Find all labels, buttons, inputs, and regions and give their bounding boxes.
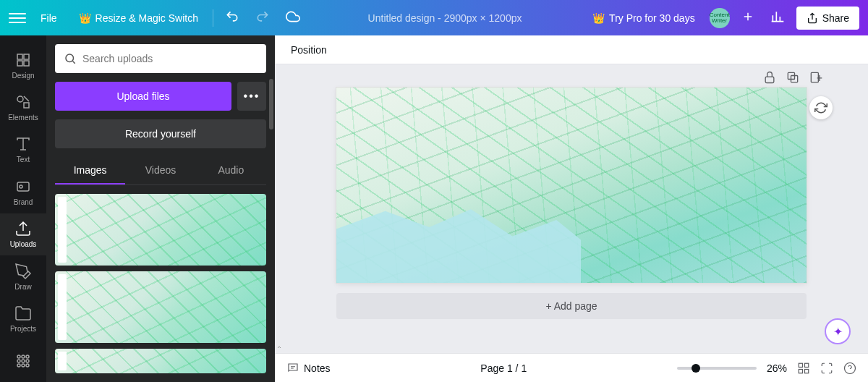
- redo-button[interactable]: [251, 5, 274, 30]
- analytics-icon[interactable]: [766, 5, 789, 30]
- nav-design[interactable]: Design: [0, 44, 46, 86]
- expand-pages-handle[interactable]: [275, 340, 868, 353]
- svg-rect-0: [17, 54, 22, 59]
- add-member-button[interactable]: [737, 6, 759, 30]
- svg-rect-21: [811, 72, 818, 82]
- uploads-panel: Upload files ••• Record yourself Images …: [46, 35, 275, 382]
- top-bar: File 👑 Resize & Magic Switch Untitled de…: [0, 0, 868, 35]
- nav-apps[interactable]: [0, 340, 46, 382]
- menu-icon[interactable]: [9, 9, 26, 27]
- duplicate-icon[interactable]: [786, 70, 800, 85]
- svg-point-16: [26, 364, 29, 367]
- crown-icon: 👑: [79, 12, 91, 24]
- svg-point-26: [845, 362, 856, 373]
- regenerate-button[interactable]: [809, 96, 833, 119]
- nav-projects[interactable]: Projects: [0, 297, 46, 339]
- svg-point-10: [26, 355, 29, 358]
- nav-brand[interactable]: Brand: [0, 171, 46, 213]
- svg-rect-2: [17, 61, 22, 66]
- nav-draw[interactable]: Draw: [0, 255, 46, 297]
- tab-images[interactable]: Images: [55, 157, 125, 184]
- svg-point-14: [17, 364, 20, 367]
- nav-text[interactable]: Text: [0, 129, 46, 171]
- bottom-bar: Notes Page 1 / 1 26%: [275, 353, 868, 382]
- design-page[interactable]: [336, 88, 807, 283]
- resize-label: Resize & Magic Switch: [95, 12, 198, 24]
- search-field[interactable]: [82, 53, 258, 64]
- nav-label: Draw: [14, 283, 31, 291]
- svg-point-9: [22, 355, 25, 358]
- svg-point-7: [20, 185, 22, 188]
- nav-label: Brand: [14, 198, 33, 206]
- upload-thumbnail[interactable]: [55, 194, 266, 266]
- file-label: File: [41, 12, 57, 24]
- share-label: Share: [822, 12, 849, 24]
- document-title[interactable]: Untitled design - 2900px × 1200px: [312, 12, 578, 24]
- avatar[interactable]: Content Writer: [710, 8, 730, 28]
- grid-view-icon[interactable]: [797, 362, 810, 375]
- svg-rect-22: [799, 363, 802, 367]
- undo-button[interactable]: [221, 5, 244, 30]
- svg-point-11: [17, 360, 20, 362]
- svg-point-17: [66, 54, 74, 62]
- magic-assistant-button[interactable]: ✦: [825, 318, 851, 344]
- nav-label: Uploads: [10, 240, 37, 248]
- svg-point-8: [17, 355, 20, 358]
- svg-point-13: [26, 360, 29, 362]
- nav-label: Elements: [8, 114, 38, 122]
- page-indicator: Page 1 / 1: [480, 362, 527, 374]
- canvas-area: Position + Add page ✦ Notes Page 1 /: [275, 35, 868, 382]
- svg-rect-25: [805, 369, 809, 373]
- tab-videos[interactable]: Videos: [125, 157, 195, 184]
- svg-rect-5: [24, 103, 29, 108]
- cloud-sync-icon[interactable]: [281, 5, 305, 30]
- nav-label: Projects: [10, 325, 36, 333]
- upload-more-button[interactable]: •••: [237, 82, 266, 111]
- upload-thumbnail[interactable]: [55, 271, 266, 343]
- file-menu[interactable]: File: [33, 8, 64, 28]
- help-icon[interactable]: [843, 362, 856, 375]
- tab-audio[interactable]: Audio: [196, 157, 266, 184]
- svg-point-15: [22, 364, 25, 367]
- notes-label: Notes: [304, 362, 331, 374]
- resize-magic-switch-button[interactable]: 👑 Resize & Magic Switch: [72, 8, 205, 28]
- upload-thumbnails: [55, 194, 266, 373]
- nav-label: Text: [17, 156, 30, 164]
- add-page-button[interactable]: + Add page: [336, 293, 807, 319]
- position-button[interactable]: Position: [285, 41, 333, 59]
- nav-rail: Design Elements Text Brand Uploads Draw …: [0, 35, 46, 382]
- try-pro-label: Try Pro for 30 days: [609, 12, 695, 24]
- record-yourself-button[interactable]: Record yourself: [55, 119, 266, 148]
- notes-button[interactable]: Notes: [286, 362, 331, 375]
- svg-rect-18: [765, 77, 774, 82]
- zoom-slider[interactable]: [677, 367, 757, 370]
- canvas-toolbar: Position: [275, 35, 868, 64]
- zoom-value[interactable]: 26%: [767, 362, 787, 374]
- share-button[interactable]: Share: [796, 7, 859, 30]
- nav-uploads[interactable]: Uploads: [0, 213, 46, 255]
- svg-rect-23: [805, 363, 809, 367]
- svg-point-12: [22, 360, 25, 362]
- svg-point-4: [17, 96, 23, 102]
- nav-elements[interactable]: Elements: [0, 86, 46, 128]
- search-icon: [64, 52, 77, 65]
- uploads-tabs: Images Videos Audio: [55, 157, 266, 185]
- lock-icon[interactable]: [762, 70, 777, 85]
- search-uploads-input[interactable]: [55, 44, 266, 73]
- svg-rect-24: [799, 369, 802, 373]
- upload-files-button[interactable]: Upload files: [55, 82, 231, 111]
- fullscreen-icon[interactable]: [820, 362, 833, 375]
- upload-thumbnail[interactable]: [55, 349, 266, 373]
- svg-rect-1: [24, 54, 29, 59]
- try-pro-button[interactable]: 👑 Try Pro for 30 days: [585, 8, 702, 28]
- crown-icon: 👑: [592, 12, 605, 24]
- new-page-icon[interactable]: [809, 70, 823, 85]
- nav-label: Design: [12, 72, 34, 80]
- svg-rect-3: [24, 61, 29, 66]
